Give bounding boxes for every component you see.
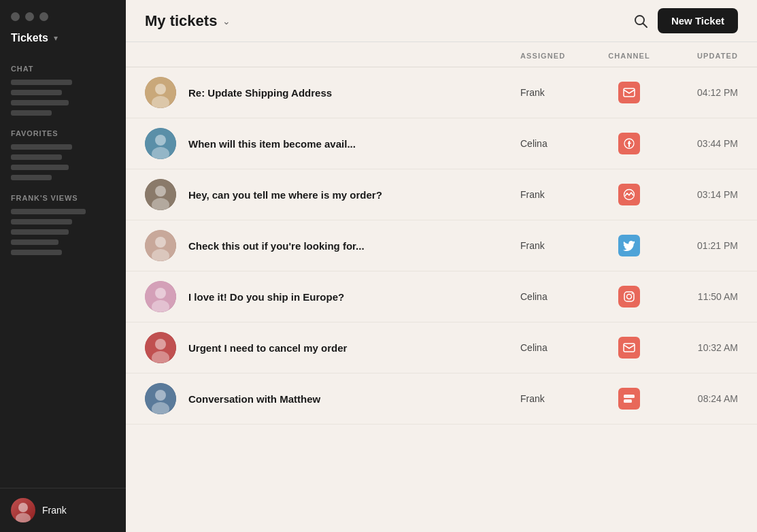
ticket-assigned: Frank	[520, 393, 595, 404]
table-row[interactable]: Re: Update Shipping Address Frank 04:12 …	[126, 67, 757, 118]
sidebar-header[interactable]: Tickets ▾	[0, 29, 126, 56]
avatar	[145, 383, 176, 414]
ticket-updated: 03:44 PM	[663, 138, 738, 149]
ticket-subject: Check this out if you're looking for...	[188, 240, 520, 252]
sidebar-section-frank-views: FRANK'S VIEWS	[0, 186, 126, 261]
table-row[interactable]: Urgent I need to cancel my order Celina …	[126, 322, 757, 373]
ticket-channel	[595, 235, 663, 256]
page-title: My tickets	[145, 12, 217, 30]
sidebar-dropdown-icon: ▾	[54, 33, 58, 43]
ticket-assigned: Frank	[520, 87, 595, 98]
sidebar-fav-item-2[interactable]	[11, 154, 62, 160]
new-ticket-button[interactable]: New Ticket	[658, 8, 738, 33]
ticket-subject: Urgent I need to cancel my order	[188, 342, 520, 354]
avatar	[145, 332, 176, 363]
sidebar-view-item-1[interactable]	[11, 209, 86, 214]
sidebar-section-favorites: FAVORITES	[0, 121, 126, 186]
sidebar-chat-item-4[interactable]	[11, 110, 52, 116]
channel-frontapp-icon	[618, 388, 640, 410]
svg-point-23	[627, 295, 632, 299]
user-avatar	[11, 498, 35, 522]
sidebar-favorites-label: FAVORITES	[11, 129, 115, 137]
channel-twitter-icon	[618, 235, 640, 256]
ticket-subject: Conversation with Matthew	[188, 393, 520, 405]
sidebar-favorites-items[interactable]	[11, 144, 115, 180]
ticket-updated: 04:12 PM	[663, 87, 738, 98]
ticket-updated: 03:14 PM	[663, 189, 738, 200]
table-row[interactable]: Conversation with Matthew Frank 08:24 AM	[126, 373, 757, 425]
sidebar-header-title: Tickets	[11, 32, 48, 44]
table-row[interactable]: Hey, can you tell me where is my order? …	[126, 169, 757, 220]
ticket-table: ASSIGNED CHANNEL UPDATED Re: Update Ship…	[126, 42, 757, 532]
svg-point-20	[155, 288, 166, 299]
ticket-channel	[595, 82, 663, 103]
search-button[interactable]	[633, 14, 648, 29]
title-chevron-icon[interactable]: ⌄	[222, 16, 231, 27]
channel-messenger-icon	[618, 184, 640, 205]
sidebar-section-chat: CHAT	[0, 56, 126, 121]
avatar	[145, 230, 176, 261]
ticket-channel	[595, 286, 663, 307]
ticket-assigned: Celina	[520, 291, 595, 302]
ticket-assigned: Celina	[520, 342, 595, 353]
main-title-area[interactable]: My tickets ⌄	[145, 12, 231, 30]
ticket-subject: Re: Update Shipping Address	[188, 87, 520, 99]
sidebar-chat-item-3[interactable]	[11, 100, 69, 105]
channel-email-icon	[618, 82, 640, 103]
ticket-assigned: Frank	[520, 189, 595, 200]
sidebar-view-item-3[interactable]	[11, 229, 69, 235]
main-header: My tickets ⌄ New Ticket	[126, 0, 757, 42]
sidebar-view-item-2[interactable]	[11, 219, 72, 225]
ticket-channel	[595, 388, 663, 410]
channel-instagram-icon	[618, 286, 640, 307]
col-header-channel: CHANNEL	[595, 52, 663, 60]
sidebar-fav-item-3[interactable]	[11, 165, 69, 170]
ticket-channel	[595, 133, 663, 154]
sidebar-fav-item-1[interactable]	[11, 144, 72, 150]
ticket-subject: Hey, can you tell me where is my order?	[188, 189, 520, 201]
search-icon	[633, 14, 648, 29]
traffic-light-close[interactable]	[11, 12, 20, 21]
avatar	[145, 128, 176, 159]
svg-rect-33	[624, 399, 632, 403]
col-header-updated: UPDATED	[663, 52, 738, 60]
sidebar-frank-views-label: FRANK'S VIEWS	[11, 194, 115, 202]
svg-line-3	[643, 23, 647, 27]
svg-point-0	[18, 503, 28, 512]
avatar	[145, 281, 176, 312]
channel-facebook-icon	[618, 133, 640, 154]
table-header: ASSIGNED CHANNEL UPDATED	[126, 42, 757, 67]
svg-point-9	[155, 135, 166, 146]
traffic-lights	[0, 0, 126, 29]
sidebar-frank-views-items[interactable]	[11, 209, 115, 255]
sidebar-view-item-4[interactable]	[11, 239, 58, 245]
svg-point-30	[155, 390, 166, 401]
svg-rect-32	[624, 395, 635, 398]
svg-point-1	[16, 513, 31, 522]
main-content: My tickets ⌄ New Ticket ASSIGNED CHANNEL…	[126, 0, 757, 532]
svg-rect-28	[624, 344, 635, 352]
sidebar-view-item-5[interactable]	[11, 250, 62, 255]
sidebar-chat-item-1[interactable]	[11, 80, 72, 85]
ticket-assigned: Celina	[520, 138, 595, 149]
svg-point-17	[155, 237, 166, 248]
svg-point-5	[155, 84, 166, 95]
col-header-assigned: ASSIGNED	[520, 52, 595, 60]
channel-email-icon	[618, 337, 640, 359]
table-row[interactable]: I love it! Do you ship in Europe? Celina…	[126, 271, 757, 322]
table-row[interactable]: When will this item become avail... Celi…	[126, 118, 757, 169]
user-name: Frank	[42, 505, 67, 516]
sidebar-user-profile[interactable]: Frank	[0, 488, 126, 532]
ticket-updated: 08:24 AM	[663, 393, 738, 404]
ticket-updated: 01:21 PM	[663, 240, 738, 251]
header-actions: New Ticket	[633, 8, 738, 33]
sidebar-chat-label: CHAT	[11, 65, 115, 73]
table-row[interactable]: Check this out if you're looking for... …	[126, 220, 757, 271]
sidebar-chat-items[interactable]	[11, 80, 115, 116]
ticket-assigned: Frank	[520, 240, 595, 251]
sidebar-fav-item-4[interactable]	[11, 175, 52, 180]
sidebar-chat-item-2[interactable]	[11, 90, 62, 95]
svg-point-13	[155, 186, 166, 197]
traffic-light-fullscreen[interactable]	[39, 12, 48, 21]
traffic-light-minimize[interactable]	[25, 12, 34, 21]
